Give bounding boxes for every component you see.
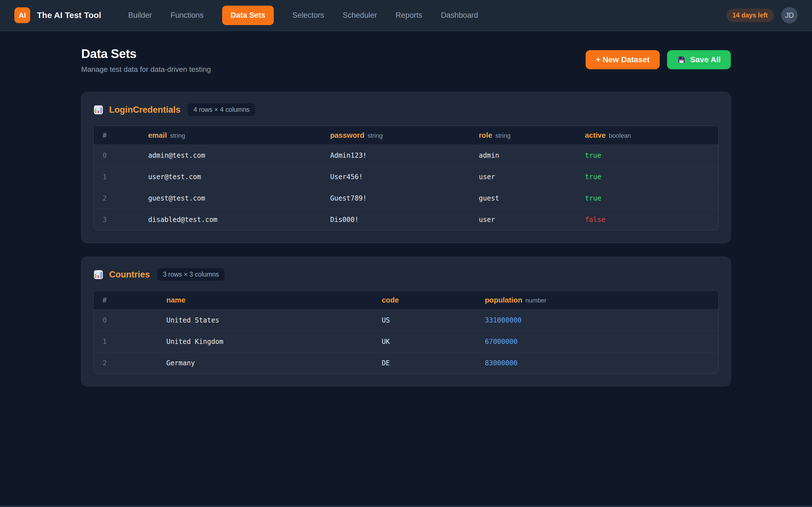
table-cell: true [585, 152, 709, 159]
user-avatar[interactable]: JD [781, 7, 798, 23]
table-cell: United Kingdom [166, 338, 382, 346]
table-row: 1user@test.comUser456!usertrue [94, 166, 718, 187]
column-header-password: passwordstring [330, 131, 479, 140]
app-title: The AI Test Tool [37, 10, 101, 20]
main-nav: Builder Functions Data Sets Selectors Sc… [128, 6, 478, 25]
table-header-row: #namecodepopulationnumber [94, 291, 718, 309]
table-row: 0United StatesUS331000000 [94, 309, 718, 331]
table-cell: 0 [103, 316, 166, 324]
table-cell: guest@test.com [148, 194, 330, 202]
page-header: Data Sets Manage test data for data-driv… [81, 47, 731, 74]
dataset-card: Countries 3 rows × 3 columns #namecodepo… [81, 257, 731, 386]
table-cell: user@test.com [148, 173, 330, 181]
bar-chart-icon [93, 105, 103, 115]
table-cell: Germany [166, 359, 382, 367]
table-cell: 1 [103, 338, 166, 346]
column-header-active: activeboolean [585, 131, 709, 140]
nav-item-dashboard[interactable]: Dashboard [441, 11, 478, 20]
table-cell: admin@test.com [148, 152, 330, 159]
table-cell: 0 [103, 152, 148, 159]
table-cell: guest [479, 194, 585, 202]
dataset-dimensions-badge: 3 rows × 3 columns [157, 268, 225, 281]
column-header-role: rolestring [479, 131, 585, 140]
table-cell: 2 [103, 359, 166, 367]
table-row: 1United KingdomUK67000000 [94, 331, 718, 352]
top-nav: AI The AI Test Tool Builder Functions Da… [0, 0, 812, 31]
table-cell: 3 [103, 216, 148, 224]
column-header-population: populationnumber [485, 296, 709, 304]
table-cell: US [382, 316, 485, 324]
table-row: 3disabled@test.comDis000!userfalse [94, 209, 718, 230]
save-all-button[interactable]: Save All [667, 50, 731, 69]
dataset-cards: LoginCredentials 4 rows × 4 columns #ema… [81, 92, 731, 386]
dataset-card: LoginCredentials 4 rows × 4 columns #ema… [81, 92, 731, 243]
table-cell: 83000000 [485, 359, 709, 367]
nav-item-data-sets[interactable]: Data Sets [222, 6, 274, 25]
table-cell: true [585, 194, 709, 202]
table-cell: Admin123! [330, 152, 479, 159]
nav-item-functions[interactable]: Functions [170, 11, 204, 20]
table-cell: false [585, 216, 709, 224]
app-logo: AI [14, 7, 30, 23]
table-cell: user [479, 216, 585, 224]
table-cell: user [479, 173, 585, 181]
dataset-title: LoginCredentials [109, 105, 181, 115]
dataset-table: #emailstringpasswordstringrolestringacti… [93, 126, 719, 230]
nav-item-selectors[interactable]: Selectors [292, 11, 324, 20]
table-header-row: #emailstringpasswordstringrolestringacti… [94, 126, 718, 145]
dataset-dimensions-badge: 4 rows × 4 columns [188, 103, 255, 116]
column-header-code: code [382, 296, 485, 304]
table-cell: United States [166, 316, 382, 324]
bar-chart-icon [93, 270, 103, 280]
page-actions: + New Dataset Save All [586, 50, 731, 69]
table-cell: 2 [103, 194, 148, 202]
main-content: Data Sets Manage test data for data-driv… [81, 47, 731, 386]
table-cell: Guest789! [330, 194, 479, 202]
table-cell: 1 [103, 173, 148, 181]
trial-days-badge: 14 days left [726, 9, 774, 22]
dataset-card-header: Countries 3 rows × 3 columns [93, 268, 719, 281]
column-header-name: name [166, 296, 382, 304]
page-title: Data Sets [81, 47, 211, 61]
nav-item-reports[interactable]: Reports [396, 11, 422, 20]
table-row: 2guest@test.comGuest789!guesttrue [94, 187, 718, 209]
page-subtitle: Manage test data for data-driven testing [81, 65, 211, 74]
table-cell: DE [382, 359, 485, 367]
floppy-disk-icon [677, 55, 686, 64]
table-row: 2GermanyDE83000000 [94, 352, 718, 374]
table-cell: UK [382, 338, 485, 346]
column-header-index: # [103, 296, 166, 304]
save-all-label: Save All [690, 55, 721, 64]
table-cell: 67000000 [485, 338, 709, 346]
dataset-card-header: LoginCredentials 4 rows × 4 columns [93, 103, 719, 116]
table-cell: true [585, 173, 709, 181]
nav-item-builder[interactable]: Builder [128, 11, 152, 20]
dataset-title: Countries [109, 270, 150, 280]
column-header-index: # [103, 131, 148, 140]
table-cell: 331000000 [485, 316, 709, 324]
dataset-table: #namecodepopulationnumber 0United States… [93, 290, 719, 374]
table-cell: Dis000! [330, 216, 479, 224]
nav-item-scheduler[interactable]: Scheduler [343, 11, 377, 20]
column-header-email: emailstring [148, 131, 330, 140]
new-dataset-button[interactable]: + New Dataset [586, 50, 660, 69]
table-cell: disabled@test.com [148, 216, 330, 224]
table-cell: User456! [330, 173, 479, 181]
table-cell: admin [479, 152, 585, 159]
table-row: 0admin@test.comAdmin123!admintrue [94, 145, 718, 166]
bottom-scrollbar-track[interactable] [0, 505, 812, 507]
